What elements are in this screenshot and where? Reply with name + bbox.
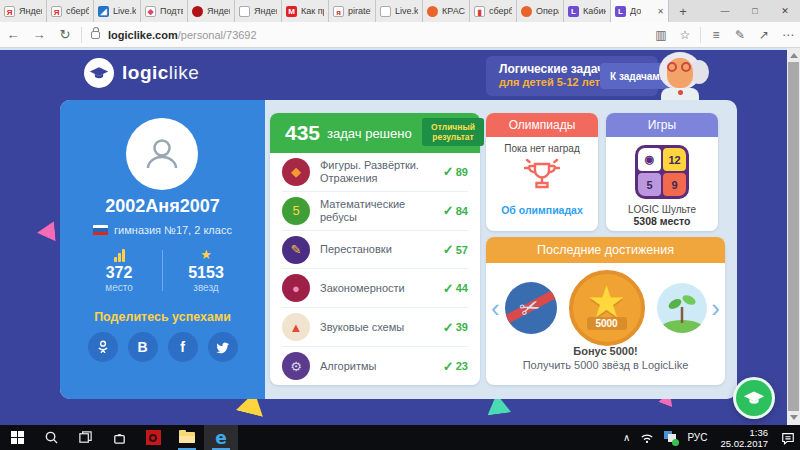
- divider: [81, 27, 82, 43]
- excellent-result-badge: Отличныйрезультат: [422, 118, 484, 146]
- share-icon[interactable]: ↗: [752, 28, 776, 42]
- schulte-game-icon[interactable]: ◉1259: [635, 145, 689, 199]
- scissors-badge[interactable]: ✂: [505, 282, 557, 334]
- task-view-button[interactable]: [68, 425, 102, 450]
- rank-bars-icon: [84, 248, 154, 262]
- browser-tab[interactable]: Яндекс: [188, 0, 235, 22]
- achievement-description: Получить 5000 звёзд в LogicLike: [486, 359, 725, 371]
- browser-tab[interactable]: Ясберб: [47, 0, 94, 22]
- achievements-card: Последние достижения ‹ › ✂ ★ 5000: [486, 237, 725, 385]
- reading-view-icon[interactable]: ▥: [649, 28, 673, 42]
- favorites-star-icon[interactable]: ☆: [673, 28, 697, 42]
- edge-button[interactable]: e: [204, 425, 238, 450]
- clock[interactable]: 1:36 25.02.2017: [712, 427, 776, 449]
- hub-icon[interactable]: ≡: [704, 28, 728, 42]
- russia-flag-icon: [93, 225, 108, 235]
- browser-tab[interactable]: яpirate's: [329, 0, 376, 22]
- task-category-row[interactable]: ✎Перестановки✓57: [282, 230, 468, 269]
- back-icon[interactable]: ←: [0, 27, 26, 42]
- browser-tab[interactable]: КРАСИ: [423, 0, 470, 22]
- tasks-count: 435: [285, 121, 320, 145]
- share-twitter-button[interactable]: [208, 332, 238, 362]
- carousel-next-icon[interactable]: ›: [711, 295, 720, 321]
- refresh-icon[interactable]: ↻: [52, 27, 78, 42]
- red-app-button[interactable]: [136, 425, 170, 450]
- search-button[interactable]: [34, 425, 68, 450]
- browser-tab[interactable]: MКак пр: [282, 0, 329, 22]
- close-button[interactable]: ✕: [770, 0, 800, 22]
- support-chat-button[interactable]: [733, 377, 775, 419]
- browser-tab[interactable]: ЯЯндекс: [0, 0, 47, 22]
- about-olympiads-link[interactable]: Об олимпиадах: [486, 204, 598, 216]
- tab-title: Кабин: [583, 6, 606, 16]
- tab-close-icon[interactable]: ✕: [657, 7, 664, 16]
- wifi-icon[interactable]: [635, 431, 659, 445]
- task-category-row[interactable]: ▲Звуковые схемы✓39: [282, 307, 468, 346]
- page-scrollbar[interactable]: [787, 48, 800, 425]
- browser-tab[interactable]: Live.ka: [376, 0, 423, 22]
- orange-favicon: [427, 6, 438, 17]
- category-solved-count: ✓89: [443, 164, 468, 179]
- tab-title: Яндекс: [19, 6, 42, 16]
- start-button[interactable]: [0, 425, 34, 450]
- games-header: Игры: [606, 113, 718, 137]
- url-field[interactable]: logiclike.com/personal/73692: [108, 29, 257, 41]
- facebook-icon: f: [180, 339, 185, 355]
- share-odnoklassniki-button[interactable]: [88, 332, 118, 362]
- tasks-count-label: задач решено: [327, 126, 412, 141]
- more-icon[interactable]: ⋯: [776, 28, 800, 42]
- scroll-up-icon[interactable]: [790, 53, 798, 58]
- stars-value: 5153: [171, 264, 241, 282]
- scroll-down-icon[interactable]: [790, 415, 798, 420]
- task-category-row[interactable]: ●Закономерности✓44: [282, 268, 468, 307]
- rank-label: место: [84, 282, 154, 293]
- tab-title: pirate's: [348, 6, 371, 16]
- rank-stat: 372 место: [84, 248, 154, 293]
- search-icon: [44, 430, 59, 445]
- flower-favicon: ❖: [145, 6, 156, 17]
- browser-tab[interactable]: ◢Live.ka: [94, 0, 141, 22]
- browser-tab[interactable]: ❖Подтв: [141, 0, 188, 22]
- stars-label: звезд: [171, 282, 241, 293]
- language-indicator[interactable]: РУС: [682, 432, 712, 443]
- browser-tab[interactable]: LДо✕: [611, 0, 669, 22]
- sprout-badge[interactable]: [657, 283, 707, 333]
- file-explorer-button[interactable]: [170, 425, 204, 450]
- logiclike-logo[interactable]: logiclike: [84, 58, 199, 88]
- promo-banner: Логические задачи для детей 5-12 лет К з…: [486, 56, 658, 96]
- logo-text: logiclike: [122, 62, 199, 84]
- check-icon: ✓: [443, 359, 454, 374]
- forward-icon[interactable]: →: [26, 27, 52, 42]
- browser-tab[interactable]: Опера: [517, 0, 564, 22]
- browser-tab[interactable]: LКабин: [564, 0, 611, 22]
- category-icon: ◆: [282, 158, 310, 186]
- address-bar: ← → ↻ logiclike.com/personal/73692 ▥ ☆ ≡…: [0, 22, 800, 48]
- new-tab-button[interactable]: +: [669, 0, 697, 22]
- task-category-row[interactable]: 5Математические ребусы✓84: [282, 191, 468, 230]
- action-center-icon[interactable]: [776, 431, 800, 445]
- task-category-row[interactable]: ◆Фигуры. Развёртки. Отражения✓89: [282, 153, 468, 191]
- browser-tab[interactable]: ▮сберба: [470, 0, 517, 22]
- store-button[interactable]: [102, 425, 136, 450]
- carousel-prev-icon[interactable]: ‹: [491, 295, 500, 321]
- web-note-icon[interactable]: ✎: [728, 28, 752, 42]
- browser-tab[interactable]: Яндекс: [235, 0, 282, 22]
- tray-app-icon[interactable]: [659, 431, 682, 444]
- show-hidden-icons[interactable]: ∧: [618, 432, 635, 443]
- tab-title: Опера: [536, 6, 559, 16]
- bonus-5000-badge[interactable]: ★ 5000: [569, 270, 645, 346]
- tab-title: КРАСИ: [442, 6, 465, 16]
- share-facebook-button[interactable]: f: [168, 332, 198, 362]
- maximize-button[interactable]: □: [740, 0, 770, 22]
- tasks-panel: 435 задач решено Отличныйрезультат ◆Фигу…: [270, 113, 480, 385]
- task-category-row[interactable]: ⚙Алгоритмы✓23: [282, 346, 468, 385]
- share-vkontakte-button[interactable]: B: [128, 332, 158, 362]
- achievement-badges: ✂ ★ 5000: [486, 263, 725, 345]
- odnoklassniki-icon: [95, 339, 111, 355]
- user-name: 2002Аня2007: [60, 196, 265, 217]
- scrollbar-thumb[interactable]: [788, 62, 799, 411]
- achievements-header: Последние достижения: [486, 237, 725, 263]
- confetti-pink-left: [36, 221, 56, 242]
- minimize-button[interactable]: —: [710, 0, 740, 22]
- category-icon: 5: [282, 197, 310, 225]
